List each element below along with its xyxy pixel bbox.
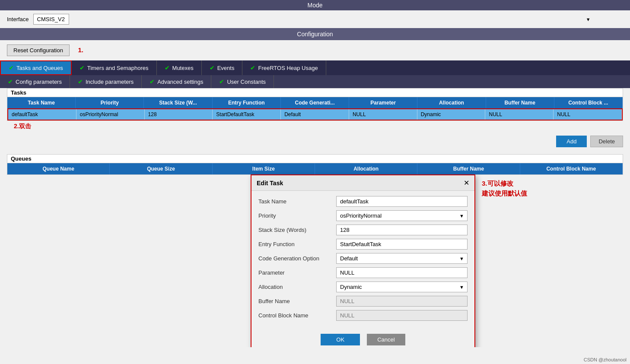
annotation-3-line2: 建议使用默认值 bbox=[482, 189, 527, 199]
modal-header: Edit Task ✕ bbox=[251, 175, 474, 191]
input-control-block-name[interactable] bbox=[336, 310, 468, 321]
input-task-name[interactable] bbox=[336, 196, 468, 207]
tab-check-icon: ✔ bbox=[150, 78, 155, 85]
col-control-block: Control Block ... bbox=[554, 97, 623, 108]
input-stack-size[interactable] bbox=[336, 225, 468, 235]
label-control-block-name: Control Block Name bbox=[258, 312, 336, 319]
tab-timers-semaphores[interactable]: ✔ Timers and Semaphores bbox=[72, 60, 157, 75]
cell-parameter: NULL bbox=[349, 109, 417, 120]
annotation-3: 3.可以修改 建议使用默认值 bbox=[482, 179, 527, 198]
mode-label: Mode bbox=[307, 2, 322, 9]
tab-check-icon: ✔ bbox=[9, 64, 14, 71]
tab-events-label: Events bbox=[217, 65, 235, 71]
annotation-1: 1. bbox=[78, 46, 84, 54]
queues-section-title: Queues bbox=[7, 155, 623, 163]
form-row-allocation: Allocation Dynamic Static bbox=[258, 282, 468, 292]
cell-task-name: defaultTask bbox=[8, 109, 76, 120]
queues-section: Queues Queue Name Queue Size Item Size A… bbox=[7, 154, 623, 175]
tab-advanced-settings[interactable]: ✔ Advanced settings bbox=[142, 75, 211, 88]
col-item-size: Item Size bbox=[213, 163, 315, 174]
tab-check-icon: ✔ bbox=[219, 78, 224, 85]
modal-footer: OK Cancel bbox=[251, 329, 474, 347]
interface-select-wrapper: CMSIS_V2 CMSIS_V1 bbox=[33, 14, 595, 25]
tab-mutexes[interactable]: ✔ Mutexes bbox=[157, 60, 202, 75]
annotation-3-line1: 3.可以修改 bbox=[482, 179, 527, 189]
tab-check-icon: ✔ bbox=[210, 64, 215, 71]
form-row-task-name: Task Name bbox=[258, 196, 468, 207]
cell-control-block: NULL bbox=[554, 109, 622, 120]
tab-include-label: Include parameters bbox=[86, 79, 134, 85]
reset-config-button[interactable]: Reset Configuration bbox=[7, 44, 70, 56]
label-priority: Priority bbox=[258, 212, 336, 219]
select-priority[interactable]: osPriorityNormal osPriorityLow osPriorit… bbox=[336, 210, 468, 221]
tab-tasks-label: Tasks and Queues bbox=[16, 65, 63, 71]
col-allocation: Allocation bbox=[417, 97, 486, 108]
tab-check-icon: ✔ bbox=[165, 64, 170, 71]
edit-task-dialog: Edit Task ✕ Task Name Priority osPriorit… bbox=[251, 174, 475, 347]
tab-config-label: Config parameters bbox=[16, 79, 62, 85]
label-parameter: Parameter bbox=[258, 269, 336, 276]
col-queue-name: Queue Name bbox=[7, 163, 110, 174]
input-parameter[interactable] bbox=[336, 267, 468, 278]
tabs-row1: ✔ Tasks and Queues ✔ Timers and Semaphor… bbox=[0, 60, 630, 75]
add-button[interactable]: Add bbox=[556, 136, 587, 147]
queues-table-header: Queue Name Queue Size Item Size Allocati… bbox=[7, 163, 623, 174]
tab-freertos-heap[interactable]: ✔ FreeRTOS Heap Usage bbox=[242, 60, 326, 75]
form-row-buffer-name: Buffer Name bbox=[258, 296, 468, 307]
delete-button[interactable]: Delete bbox=[590, 136, 623, 147]
interface-row: Interface CMSIS_V2 CMSIS_V1 bbox=[0, 10, 630, 28]
cell-code-gen: Default bbox=[281, 109, 349, 120]
form-row-stack-size: Stack Size (Words) bbox=[258, 225, 468, 235]
top-bar: Mode bbox=[0, 0, 630, 10]
label-allocation: Allocation bbox=[258, 284, 336, 290]
form-row-code-gen: Code Generation Option Default As extern… bbox=[258, 253, 468, 264]
col-parameter: Parameter bbox=[349, 97, 417, 108]
label-stack-size: Stack Size (Words) bbox=[258, 227, 336, 233]
tab-config-params[interactable]: ✔ Config parameters bbox=[0, 75, 70, 88]
col-queue-control-block-name: Control Block Name bbox=[520, 163, 623, 174]
cancel-button[interactable]: Cancel bbox=[367, 334, 405, 345]
col-queue-allocation: Allocation bbox=[315, 163, 417, 174]
ok-button[interactable]: OK bbox=[321, 334, 360, 345]
input-buffer-name[interactable] bbox=[336, 296, 468, 307]
col-entry-function: Entry Function bbox=[213, 97, 281, 108]
tab-check-icon: ✔ bbox=[80, 64, 85, 71]
tab-check-icon: ✔ bbox=[250, 64, 255, 71]
tab-mutexes-label: Mutexes bbox=[172, 65, 194, 71]
input-entry-function[interactable] bbox=[336, 239, 468, 250]
tab-check-icon: ✔ bbox=[78, 78, 83, 85]
select-code-gen[interactable]: Default As external As weak bbox=[336, 253, 468, 264]
col-task-name: Task Name bbox=[7, 97, 76, 108]
col-buffer-name: Buffer Name bbox=[486, 97, 554, 108]
modal-close-button[interactable]: ✕ bbox=[464, 179, 469, 187]
cell-allocation: Dynamic bbox=[417, 109, 486, 120]
tab-events[interactable]: ✔ Events bbox=[202, 60, 243, 75]
tasks-table-header: Task Name Priority Stack Size (W... Entr… bbox=[7, 97, 623, 108]
tab-tasks-and-queues[interactable]: ✔ Tasks and Queues bbox=[0, 60, 72, 75]
select-allocation[interactable]: Dynamic Static bbox=[336, 282, 468, 292]
tab-user-constants[interactable]: ✔ User Constants bbox=[211, 75, 274, 88]
cell-buffer-name: NULL bbox=[485, 109, 554, 120]
tasks-wrapper: Tasks Task Name Priority Stack Size (W..… bbox=[7, 88, 623, 132]
priority-select-wrapper: osPriorityNormal osPriorityLow osPriorit… bbox=[336, 210, 468, 221]
tasks-section: Tasks Task Name Priority Stack Size (W..… bbox=[7, 88, 623, 121]
cell-entry-function: StartDefaultTask bbox=[213, 109, 281, 120]
annotation-2: 2.双击 bbox=[7, 121, 623, 132]
form-row-parameter: Parameter bbox=[258, 267, 468, 278]
config-header-label: Configuration bbox=[297, 31, 333, 38]
form-row-control-block-name: Control Block Name bbox=[258, 310, 468, 321]
tabs-row2: ✔ Config parameters ✔ Include parameters… bbox=[0, 75, 630, 88]
col-stack-size: Stack Size (W... bbox=[144, 97, 212, 108]
interface-select[interactable]: CMSIS_V2 CMSIS_V1 bbox=[33, 14, 69, 25]
modal-title: Edit Task bbox=[257, 180, 283, 187]
label-buffer-name: Buffer Name bbox=[258, 298, 336, 304]
tab-user-constants-label: User Constants bbox=[227, 79, 266, 85]
reset-row: Reset Configuration 1. bbox=[0, 40, 630, 60]
table-row[interactable]: defaultTask osPriorityNormal 128 StartDe… bbox=[7, 108, 623, 120]
label-entry-function: Entry Function bbox=[258, 241, 336, 247]
queues-wrapper: Queues Queue Name Queue Size Item Size A… bbox=[7, 154, 623, 175]
tab-include-params[interactable]: ✔ Include parameters bbox=[70, 75, 142, 88]
code-gen-select-wrapper: Default As external As weak bbox=[336, 253, 468, 264]
modal-body: Task Name Priority osPriorityNormal osPr… bbox=[251, 191, 474, 329]
tasks-section-title: Tasks bbox=[7, 89, 623, 97]
